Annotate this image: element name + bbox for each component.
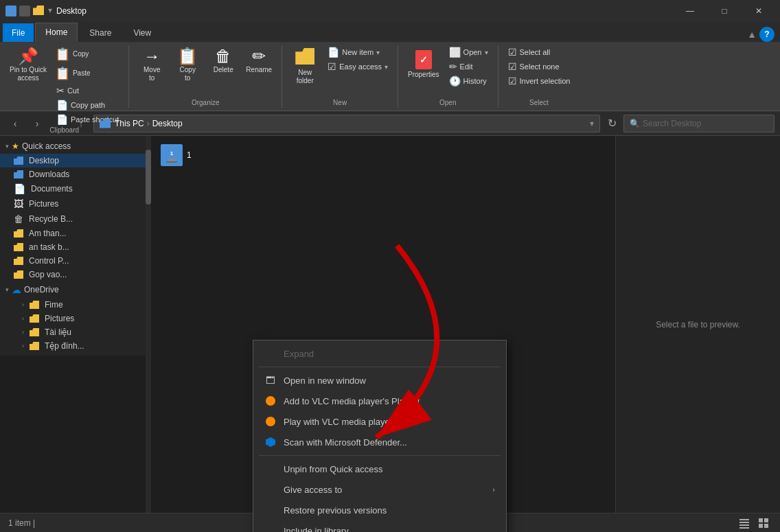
control-label: Control P... xyxy=(29,256,69,266)
new-item-label: New item xyxy=(342,48,374,56)
onedrive-label: OneDrive xyxy=(24,285,59,294)
properties-icon: ✓ xyxy=(415,48,432,69)
preview-panel: Select a file to preview. xyxy=(615,136,780,513)
history-button[interactable]: 🕐 History xyxy=(445,74,492,88)
sidebar-item-desktop[interactable]: Desktop xyxy=(0,154,150,167)
svg-rect-8 xyxy=(739,527,749,529)
sidebar-wrapper: ▾ ★ Quick access Desktop Downloads 📄 Doc… xyxy=(0,136,151,513)
pin-quick-access-button[interactable]: 📌 Pin to Quick access xyxy=(5,45,51,85)
history-label: History xyxy=(463,77,487,85)
select-none-button[interactable]: ☑ Select none xyxy=(504,60,575,73)
ctx-include-library[interactable]: Include in library xyxy=(253,520,506,532)
desktop-folder-icon xyxy=(14,157,23,165)
file-item-1[interactable]: 1 1 xyxy=(157,141,610,169)
ctx-library-icon xyxy=(264,524,277,532)
select-all-button[interactable]: ☑ Select all xyxy=(504,45,575,59)
copy-paste-group: 📋 Copy 📋 Paste ✂ Cut 📄 Copy path xyxy=(52,45,123,126)
copy-path-button[interactable]: 📄 Copy path xyxy=(52,98,123,112)
ctx-sep-1 xyxy=(259,367,501,367)
paste-button[interactable]: 📋 Paste xyxy=(52,65,123,82)
file-1-icon: 1 xyxy=(161,144,183,166)
sidebar-item-an-task[interactable]: an task b... xyxy=(0,240,150,254)
sidebar-item-pictures2[interactable]: › Pictures xyxy=(0,312,150,325)
paste-shortcut-button[interactable]: 📄 Paste shortcut xyxy=(52,113,123,126)
address-expand-btn[interactable]: ▾ xyxy=(590,119,594,128)
new-item-button[interactable]: 📄 New item ▾ xyxy=(323,45,392,59)
crumb-desktop[interactable]: Desktop xyxy=(152,119,183,128)
sidebar-item-am-thanh[interactable]: Am than... xyxy=(0,227,150,240)
ribbon-group-select: ☑ Select all ☑ Select none ☑ Invert sele… xyxy=(498,45,580,108)
ctx-restore-versions[interactable]: Restore previous versions xyxy=(253,500,506,520)
minimize-button[interactable]: — xyxy=(674,0,706,22)
tai-lieu-expand: › xyxy=(22,329,24,336)
new-content: New folder 📄 New item ▾ ☑ Easy access ▾ xyxy=(288,45,392,99)
large-icons-view-button[interactable] xyxy=(755,515,772,531)
ctx-open-new-left: 🗔 Open in new window xyxy=(264,374,366,386)
move-to-button[interactable]: → Move to xyxy=(135,45,169,85)
address-box[interactable]: This PC › Desktop ▾ xyxy=(93,115,600,132)
sidebar-item-documents[interactable]: 📄 Documents xyxy=(0,181,150,196)
refresh-button[interactable]: ↻ xyxy=(603,115,621,132)
copy-to-icon: 📋 xyxy=(177,48,198,65)
ctx-expand-icon xyxy=(264,347,277,360)
item-count: 1 item xyxy=(8,518,31,528)
ctx-unpin[interactable]: Unpin from Quick access xyxy=(253,459,506,479)
sidebar-section-quick-access[interactable]: ▾ ★ Quick access xyxy=(0,139,150,154)
invert-selection-button[interactable]: ☑ Invert selection xyxy=(504,74,575,88)
status-separator: | xyxy=(33,518,35,528)
ctx-add-vlc-playlist[interactable]: Add to VLC media player's Playlist xyxy=(253,391,506,411)
rename-icon: ✏ xyxy=(252,48,266,65)
move-label: Move to xyxy=(144,66,160,82)
ribbon-tabs: File Home Share View ▲ ? xyxy=(0,22,780,43)
sidebar-item-recycle[interactable]: 🗑 Recycle B... xyxy=(0,211,150,227)
sidebar-item-gop-vao[interactable]: Gop vao... xyxy=(0,268,150,281)
tab-file[interactable]: File xyxy=(3,23,34,42)
svg-text:1: 1 xyxy=(170,150,174,157)
open-label: Open xyxy=(463,48,482,56)
help-button[interactable]: ? xyxy=(759,27,775,42)
details-view-button[interactable] xyxy=(736,515,753,531)
sidebar-scrollbar-thumb[interactable] xyxy=(146,150,151,205)
ctx-give-access-arrow: › xyxy=(492,485,495,494)
ctx-scan-defender[interactable]: Scan with Microsoft Defender... xyxy=(253,432,506,452)
search-box[interactable]: 🔍 Search Desktop xyxy=(623,115,775,132)
open-button[interactable]: ⬜ Open ▾ xyxy=(445,45,492,59)
sidebar-item-downloads[interactable]: Downloads xyxy=(0,167,150,181)
ctx-unpin-icon xyxy=(264,463,277,475)
close-button[interactable]: ✕ xyxy=(743,0,775,22)
easy-access-button[interactable]: ☑ Easy access ▾ xyxy=(323,60,392,73)
ribbon-collapse-btn[interactable]: ▲ xyxy=(747,29,757,40)
sidebar-item-tai-lieu[interactable]: › Tài liệu xyxy=(0,325,150,339)
ctx-give-access[interactable]: Give access to › xyxy=(253,479,506,500)
edit-button[interactable]: ✏ Edit xyxy=(445,60,492,73)
search-icon: 🔍 xyxy=(630,119,640,128)
copy-button[interactable]: 📋 Copy xyxy=(52,45,123,63)
sidebar-item-tep-dinh[interactable]: › Tệp đính... xyxy=(0,339,150,353)
cut-button[interactable]: ✂ Cut xyxy=(52,84,123,97)
open-content: ✓ Properties ⬜ Open ▾ ✏ Edit 🕐 History xyxy=(404,45,492,99)
downloads-folder-icon xyxy=(14,170,23,178)
svg-rect-1 xyxy=(168,159,175,161)
tab-share[interactable]: Share xyxy=(79,23,122,42)
sidebar-item-pictures[interactable]: 🖼 Pictures xyxy=(0,196,150,211)
ctx-play-vlc-label: Play with VLC media player xyxy=(284,417,393,427)
ctx-play-vlc[interactable]: Play with VLC media player xyxy=(253,411,506,432)
ctx-open-new-window[interactable]: 🗔 Open in new window xyxy=(253,370,506,391)
new-folder-button[interactable]: New folder xyxy=(288,45,322,88)
tab-home[interactable]: Home xyxy=(35,23,78,42)
delete-button[interactable]: 🗑 Delete xyxy=(206,45,240,77)
rename-button[interactable]: ✏ Rename xyxy=(242,45,276,77)
title-controls: — □ ✕ xyxy=(674,0,775,22)
sidebar-item-fime[interactable]: › Fime xyxy=(0,298,150,312)
properties-button[interactable]: ✓ Properties xyxy=(404,45,444,82)
invert-label: Invert selection xyxy=(520,77,571,85)
sidebar-item-control[interactable]: Control P... xyxy=(0,254,150,268)
copy-path-label: Copy path xyxy=(71,101,105,109)
tab-view[interactable]: View xyxy=(123,23,161,42)
ctx-restore-label: Restore previous versions xyxy=(284,505,387,516)
pictures-icon: 🖼 xyxy=(14,198,23,209)
maximize-button[interactable]: □ xyxy=(709,0,740,22)
copy-label: Copy xyxy=(73,50,89,58)
copy-to-button[interactable]: 📋 Copy to xyxy=(170,45,205,85)
sidebar-section-onedrive[interactable]: ▾ ☁ OneDrive xyxy=(0,281,150,298)
